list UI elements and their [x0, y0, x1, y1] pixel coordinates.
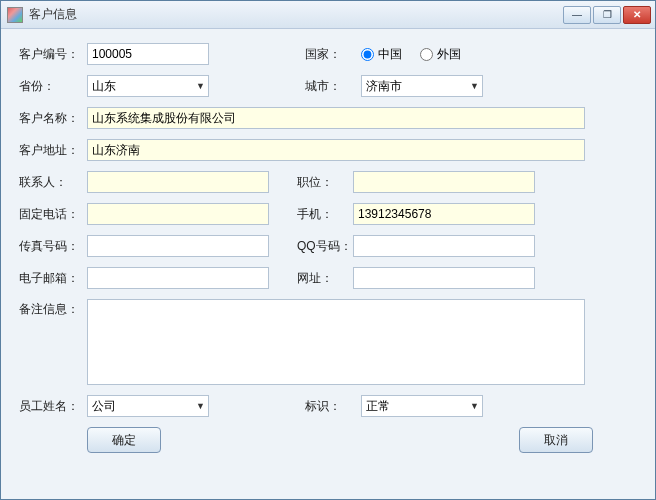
- label-qq: QQ号码：: [297, 238, 353, 255]
- label-customer-addr: 客户地址：: [19, 142, 87, 159]
- label-country: 国家：: [305, 46, 361, 63]
- contact-input[interactable]: [87, 171, 269, 193]
- flag-select[interactable]: [361, 395, 483, 417]
- website-input[interactable]: [353, 267, 535, 289]
- radio-foreign[interactable]: 外国: [420, 46, 461, 63]
- province-select[interactable]: [87, 75, 209, 97]
- window-buttons: — ❐ ✕: [563, 6, 651, 24]
- label-position: 职位：: [297, 174, 353, 191]
- remarks-textarea[interactable]: [87, 299, 585, 385]
- close-button[interactable]: ✕: [623, 6, 651, 24]
- radio-china-input[interactable]: [361, 48, 374, 61]
- form-area: 客户编号： 国家： 中国 外国 省份： ▼: [1, 29, 655, 499]
- city-select[interactable]: [361, 75, 483, 97]
- email-input[interactable]: [87, 267, 269, 289]
- label-website: 网址：: [297, 270, 353, 287]
- country-radio-group: 中国 外国: [361, 46, 461, 63]
- label-remarks: 备注信息：: [19, 299, 87, 318]
- app-icon: [7, 7, 23, 23]
- customer-addr-input[interactable]: [87, 139, 585, 161]
- titlebar: 客户信息 — ❐ ✕: [1, 1, 655, 29]
- window-frame: 客户信息 — ❐ ✕ 客户编号： 国家： 中国 外国: [0, 0, 656, 500]
- label-tel: 固定电话：: [19, 206, 87, 223]
- qq-input[interactable]: [353, 235, 535, 257]
- label-contact: 联系人：: [19, 174, 87, 191]
- radio-china[interactable]: 中国: [361, 46, 402, 63]
- label-mobile: 手机：: [297, 206, 353, 223]
- employee-select[interactable]: [87, 395, 209, 417]
- label-customer-name: 客户名称：: [19, 110, 87, 127]
- cancel-button[interactable]: 取消: [519, 427, 593, 453]
- position-input[interactable]: [353, 171, 535, 193]
- customer-id-input[interactable]: [87, 43, 209, 65]
- label-email: 电子邮箱：: [19, 270, 87, 287]
- minimize-button[interactable]: —: [563, 6, 591, 24]
- label-fax: 传真号码：: [19, 238, 87, 255]
- label-flag: 标识：: [305, 398, 361, 415]
- radio-china-label: 中国: [378, 46, 402, 63]
- ok-button[interactable]: 确定: [87, 427, 161, 453]
- customer-name-input[interactable]: [87, 107, 585, 129]
- label-city: 城市：: [305, 78, 361, 95]
- label-province: 省份：: [19, 78, 87, 95]
- label-employee: 员工姓名：: [19, 398, 87, 415]
- tel-input[interactable]: [87, 203, 269, 225]
- maximize-button[interactable]: ❐: [593, 6, 621, 24]
- fax-input[interactable]: [87, 235, 269, 257]
- label-customer-id: 客户编号：: [19, 46, 87, 63]
- mobile-input[interactable]: [353, 203, 535, 225]
- radio-foreign-input[interactable]: [420, 48, 433, 61]
- radio-foreign-label: 外国: [437, 46, 461, 63]
- window-title: 客户信息: [29, 6, 563, 23]
